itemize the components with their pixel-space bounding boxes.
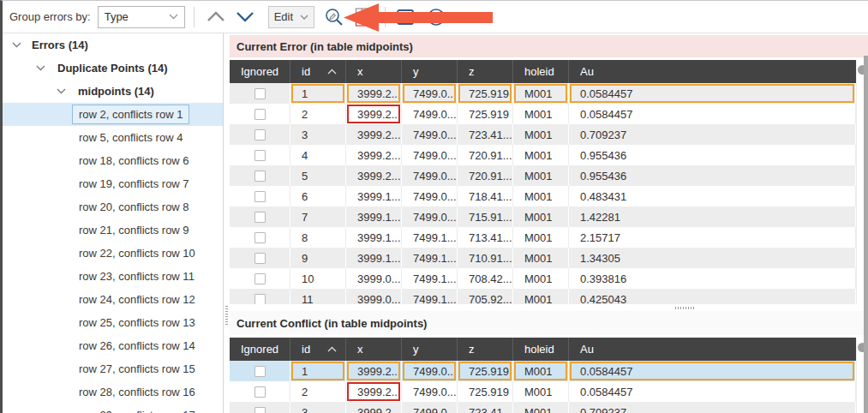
ignored-cell[interactable]	[230, 227, 290, 248]
table-row[interactable]: 73999.1...7499.0...715.91...M0011.42281	[230, 206, 856, 227]
table-row[interactable]: 13999.2...7499.0...725.919M0010.0584457	[230, 361, 856, 381]
query-filter-button[interactable]	[323, 6, 345, 28]
y-cell[interactable]: 7499.0...	[402, 165, 458, 186]
hidden-info-button[interactable]	[425, 6, 447, 28]
id-cell[interactable]: 7	[290, 206, 346, 227]
table-row[interactable]: 23999.2...7499.0...725.919M0010.0584457	[230, 104, 856, 124]
au-cell[interactable]: 0.955436	[569, 165, 856, 186]
y-cell[interactable]: 7499.1...	[402, 268, 458, 289]
tree-item-conflict-row[interactable]: row 29, conflicts row 17	[3, 404, 223, 413]
column-header-id[interactable]: id	[290, 60, 346, 83]
table-row[interactable]: 33999.2...7499.0...723.41...M0010.709237	[230, 124, 856, 145]
tree-item-conflict-row[interactable]: row 23, conflicts row 11	[3, 265, 223, 288]
ignored-checkbox[interactable]	[254, 109, 266, 120]
next-error-button[interactable]	[234, 6, 256, 28]
au-cell[interactable]: 0.425043	[569, 289, 856, 304]
ignored-cell[interactable]	[230, 361, 290, 381]
y-cell[interactable]: 7499.0...	[402, 104, 458, 124]
x-cell[interactable]: 3999.1...	[346, 206, 402, 227]
x-cell[interactable]: 3999.2...	[346, 145, 402, 165]
au-cell[interactable]: 2.15717	[569, 227, 856, 248]
ignored-cell[interactable]	[230, 124, 290, 145]
ignored-cell[interactable]	[230, 381, 290, 402]
tree-item-conflict-row[interactable]: row 28, conflicts row 16	[3, 380, 223, 404]
au-cell[interactable]: 0.0584457	[569, 361, 856, 381]
z-cell[interactable]: 713.41...	[458, 227, 513, 248]
ignored-checkbox[interactable]	[254, 386, 266, 398]
id-cell[interactable]: 5	[290, 165, 346, 186]
column-header-y[interactable]: y	[402, 338, 458, 361]
ignored-cell[interactable]	[230, 402, 290, 413]
table-row[interactable]: 23999.2...7499.0...725.919M0010.0584457	[230, 381, 856, 402]
ignored-cell[interactable]	[230, 186, 290, 206]
x-cell[interactable]: 3999.2...	[346, 381, 402, 402]
holeid-cell[interactable]: M001	[513, 248, 569, 268]
x-cell[interactable]: 3999.1...	[346, 248, 402, 268]
holeid-cell[interactable]: M001	[513, 268, 569, 289]
tree-item-conflict-row[interactable]: row 22, conflicts row 10	[3, 242, 223, 265]
au-cell[interactable]: 0.709237	[569, 402, 856, 413]
chevron-down-icon[interactable]	[35, 65, 45, 71]
z-cell[interactable]: 725.919	[458, 361, 513, 381]
z-cell[interactable]: 718.41...	[458, 186, 513, 206]
y-cell[interactable]: 7499.0...	[402, 83, 458, 104]
holeid-cell[interactable]: M001	[513, 83, 569, 104]
z-cell[interactable]: 705.92...	[458, 289, 513, 304]
holeid-cell[interactable]: M001	[513, 206, 569, 227]
column-header-x[interactable]: x	[346, 60, 402, 83]
column-header-holeid[interactable]: holeid	[513, 338, 569, 361]
column-header-id[interactable]: id	[290, 338, 346, 361]
tree-item-conflict-row[interactable]: row 26, conflicts row 14	[3, 334, 223, 357]
id-cell[interactable]: 3	[290, 402, 346, 413]
remove-rows-button[interactable]	[354, 6, 376, 28]
x-cell[interactable]: 3999.0...	[346, 268, 402, 289]
au-cell[interactable]: 0.393816	[569, 268, 856, 289]
ignored-cell[interactable]	[230, 104, 290, 124]
ignored-cell[interactable]	[230, 268, 290, 289]
ignored-checkbox[interactable]	[254, 171, 266, 182]
ignored-checkbox[interactable]	[254, 150, 266, 161]
column-header-au[interactable]: Au	[569, 338, 856, 361]
z-cell[interactable]: 725.919	[458, 83, 513, 104]
au-cell[interactable]: 0.709237	[569, 124, 856, 145]
x-cell[interactable]: 3999.0...	[346, 289, 402, 304]
y-cell[interactable]: 7499.0...	[402, 381, 458, 402]
tree-item-conflict-row[interactable]: row 2, conflicts row 1	[3, 103, 223, 126]
column-header-x[interactable]: x	[346, 338, 402, 361]
id-cell[interactable]: 1	[290, 83, 346, 104]
z-cell[interactable]: 723.41...	[458, 402, 513, 413]
column-header-z[interactable]: z	[458, 60, 513, 83]
column-header-y[interactable]: y	[402, 60, 458, 83]
chevron-down-icon[interactable]	[11, 42, 21, 48]
hidden-panel-button[interactable]	[394, 6, 416, 28]
id-cell[interactable]: 8	[290, 227, 346, 248]
ignored-cell[interactable]	[230, 248, 290, 268]
holeid-cell[interactable]: M001	[513, 227, 569, 248]
ignored-checkbox[interactable]	[254, 273, 266, 284]
ignored-checkbox[interactable]	[254, 232, 266, 243]
z-cell[interactable]: 720.91...	[458, 145, 513, 165]
tree-item-conflict-row[interactable]: row 19, conflicts row 7	[3, 172, 223, 195]
table-row[interactable]: 63999.1...7499.0...718.41...M0010.483431	[230, 186, 856, 206]
tree-item-conflict-row[interactable]: row 21, conflicts row 9	[3, 218, 223, 242]
y-cell[interactable]: 7499.1...	[402, 227, 458, 248]
id-cell[interactable]: 3	[290, 124, 346, 145]
table-row[interactable]: 13999.2...7499.0...725.919M0010.0584457	[230, 83, 856, 104]
table-row[interactable]: 83999.1...7499.1...713.41...M0012.15717	[230, 227, 856, 248]
table-row[interactable]: 113999.0...7499.1...705.92...M0010.42504…	[230, 289, 856, 304]
ignored-checkbox[interactable]	[254, 294, 266, 305]
id-cell[interactable]: 10	[290, 268, 346, 289]
table-row[interactable]: 103999.0...7499.1...708.42...M0010.39381…	[230, 268, 856, 289]
holeid-cell[interactable]: M001	[513, 104, 569, 124]
holeid-cell[interactable]: M001	[513, 145, 569, 165]
id-cell[interactable]: 9	[290, 248, 346, 268]
column-header-au[interactable]: Au	[569, 60, 856, 83]
tree-group-midpoints[interactable]: midpoints (14)	[3, 80, 223, 103]
holeid-cell[interactable]: M001	[513, 165, 569, 186]
ignored-checkbox[interactable]	[254, 88, 266, 99]
ignored-checkbox[interactable]	[254, 253, 266, 264]
table-row[interactable]: 93999.1...7499.1...710.91...M0011.34305	[230, 248, 856, 268]
z-cell[interactable]: 725.919	[458, 104, 513, 124]
edit-dropdown-button[interactable]: Edit	[268, 6, 314, 28]
group-by-type-dropdown[interactable]: Type	[98, 6, 185, 28]
